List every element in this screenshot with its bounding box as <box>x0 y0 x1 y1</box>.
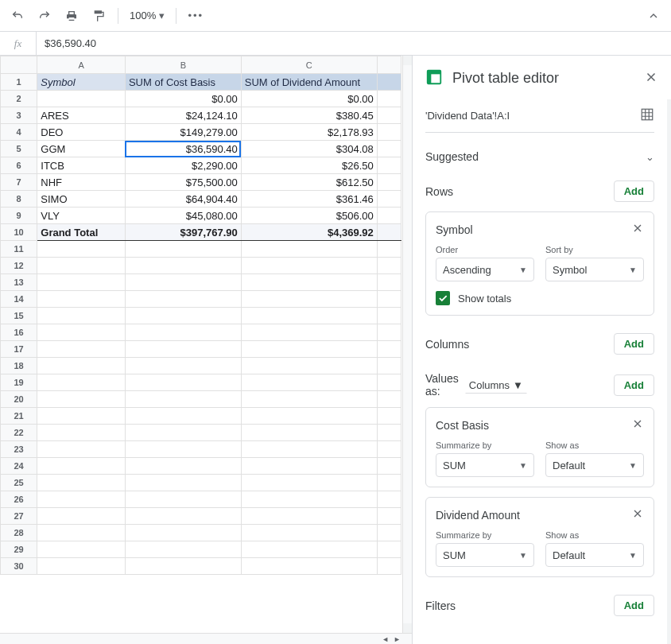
row-header[interactable]: 17 <box>1 341 37 358</box>
row-header[interactable]: 12 <box>1 258 37 274</box>
table-cell[interactable]: $24,124.10 <box>125 107 241 124</box>
row-header[interactable]: 14 <box>1 291 37 308</box>
row-header[interactable]: 27 <box>1 508 37 525</box>
row-header[interactable]: 4 <box>1 124 37 141</box>
select-range-icon[interactable] <box>640 107 654 124</box>
table-cell[interactable]: $361.46 <box>241 191 377 208</box>
row-header[interactable]: 13 <box>1 274 37 291</box>
table-cell[interactable]: $75,500.00 <box>125 174 241 191</box>
table-cell[interactable]: SIMO <box>37 191 126 208</box>
row-header[interactable]: 18 <box>1 358 37 374</box>
row-header[interactable]: 3 <box>1 107 37 124</box>
column-header[interactable]: A <box>37 56 126 74</box>
table-cell[interactable]: $36,590.40 <box>125 141 241 157</box>
row-header[interactable]: 9 <box>1 208 37 224</box>
values-section-header: Values as: Columns ▼ Add <box>425 372 654 398</box>
row-header[interactable]: 10 <box>1 224 37 241</box>
close-panel-button[interactable] <box>644 70 658 87</box>
row-header[interactable]: 15 <box>1 308 37 324</box>
data-range-row[interactable]: 'Dividend Data'!A:I <box>425 99 654 133</box>
more-horiz-icon: ••• <box>188 10 204 21</box>
undo-button[interactable] <box>6 5 29 27</box>
row-header[interactable]: 7 <box>1 174 37 191</box>
grand-total-label[interactable]: Grand Total <box>37 224 126 241</box>
table-cell[interactable]: $304.08 <box>241 141 377 157</box>
table-cell[interactable]: $2,290.00 <box>125 157 241 174</box>
values-as-dropdown[interactable]: Columns ▼ <box>465 377 527 394</box>
row-header[interactable]: 29 <box>1 541 37 558</box>
suggested-section[interactable]: Suggested ⌄ <box>425 150 654 163</box>
remove-value-chip-button[interactable] <box>631 417 644 433</box>
table-cell[interactable]: $149,279.00 <box>125 124 241 141</box>
scroll-right-icon[interactable]: ► <box>392 635 402 643</box>
row-header[interactable]: 11 <box>1 241 37 258</box>
scroll-left-icon[interactable]: ◄ <box>380 635 390 643</box>
zoom-dropdown[interactable]: 100% ▾ <box>126 8 168 23</box>
pivot-header-cell[interactable]: SUM of Cost Basis <box>125 74 241 91</box>
table-cell[interactable]: $45,080.00 <box>125 208 241 224</box>
add-values-button[interactable]: Add <box>614 374 654 396</box>
data-range-text: 'Dividend Data'!A:I <box>425 110 510 122</box>
horizontal-scrollbar[interactable]: ◄ ► <box>0 633 412 644</box>
add-columns-button[interactable]: Add <box>614 333 654 355</box>
column-header[interactable]: C <box>241 56 377 74</box>
table-cell[interactable]: VLY <box>37 208 126 224</box>
grand-total-cell[interactable]: $397,767.90 <box>125 224 241 241</box>
row-header[interactable]: 1 <box>1 74 37 91</box>
row-header[interactable]: 28 <box>1 525 37 541</box>
row-header[interactable]: 20 <box>1 391 37 408</box>
remove-rows-chip-button[interactable] <box>631 222 644 237</box>
table-cell[interactable]: ITCB <box>37 157 126 174</box>
pivot-header-cell[interactable]: SUM of Dividend Amount <box>241 74 377 91</box>
formula-value[interactable]: $36,590.40 <box>37 37 96 49</box>
table-cell[interactable]: $506.00 <box>241 208 377 224</box>
print-button[interactable] <box>60 5 83 27</box>
close-icon <box>644 70 658 84</box>
table-cell[interactable]: GGM <box>37 141 126 157</box>
show-as-dropdown[interactable]: Default▼ <box>545 453 644 477</box>
table-cell[interactable]: $380.45 <box>241 107 377 124</box>
table-cell[interactable]: NHF <box>37 174 126 191</box>
add-filters-button[interactable]: Add <box>614 595 654 616</box>
column-header[interactable]: B <box>125 56 241 74</box>
row-header[interactable]: 2 <box>1 91 37 107</box>
summarize-by-dropdown[interactable]: SUM▼ <box>436 453 534 477</box>
paint-format-icon <box>92 10 105 22</box>
remove-value-chip-button[interactable] <box>631 507 644 522</box>
grand-total-cell[interactable]: $4,369.92 <box>241 224 377 241</box>
row-header[interactable]: 16 <box>1 324 37 341</box>
row-header[interactable]: 21 <box>1 408 37 425</box>
row-header[interactable]: 22 <box>1 425 37 441</box>
summarize-by-dropdown[interactable]: SUM▼ <box>436 543 534 567</box>
redo-button[interactable] <box>33 5 56 27</box>
table-cell[interactable]: $26.50 <box>241 157 377 174</box>
table-cell[interactable]: $0.00 <box>125 91 241 107</box>
table-cell[interactable]: ARES <box>37 107 126 124</box>
sort-by-dropdown[interactable]: Symbol▼ <box>545 258 644 281</box>
table-cell[interactable]: $64,904.40 <box>125 191 241 208</box>
row-header[interactable]: 19 <box>1 374 37 391</box>
row-header[interactable]: 6 <box>1 157 37 174</box>
row-header[interactable]: 30 <box>1 558 37 575</box>
order-dropdown[interactable]: Ascending▼ <box>436 258 534 281</box>
collapse-toolbar-button[interactable] <box>642 5 665 27</box>
table-cell[interactable]: DEO <box>37 124 126 141</box>
row-header[interactable]: 25 <box>1 475 37 491</box>
row-header[interactable]: 5 <box>1 141 37 157</box>
pivot-header-cell[interactable]: Symbol <box>37 74 126 91</box>
show-as-dropdown[interactable]: Default▼ <box>545 543 644 567</box>
table-cell[interactable]: $0.00 <box>241 91 377 107</box>
table-cell[interactable]: $612.50 <box>241 174 377 191</box>
row-header[interactable]: 26 <box>1 491 37 508</box>
row-header[interactable]: 24 <box>1 458 37 475</box>
show-totals-checkbox[interactable]: Show totals <box>436 291 644 305</box>
table-cell[interactable]: $2,178.93 <box>241 124 377 141</box>
more-button[interactable]: ••• <box>184 5 207 27</box>
redo-icon <box>38 10 51 22</box>
vertical-scrollbar[interactable] <box>402 56 412 633</box>
table-cell[interactable] <box>37 91 126 107</box>
row-header[interactable]: 8 <box>1 191 37 208</box>
row-header[interactable]: 23 <box>1 441 37 458</box>
add-rows-button[interactable]: Add <box>614 180 654 202</box>
paint-format-button[interactable] <box>87 5 110 27</box>
